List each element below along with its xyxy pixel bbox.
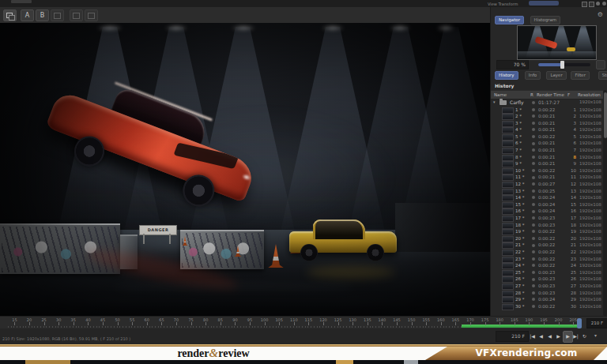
tab-navigator[interactable]: Navigator — [495, 16, 524, 24]
header-f[interactable]: F — [567, 91, 570, 99]
end-frame-field[interactable]: 210 F — [586, 318, 607, 328]
history-row[interactable]: 8 *0:00:2181920x1080 — [491, 154, 601, 161]
navigator-thumbnail[interactable] — [517, 25, 597, 60]
grid-compare-button[interactable] — [85, 9, 98, 21]
history-row[interactable]: 3 *0:00:2131920x1080 — [491, 120, 601, 127]
row-render-time: 0:00:21 — [538, 113, 555, 120]
row-frame-number: 8 — [567, 154, 576, 161]
history-scrollbar[interactable] — [603, 90, 607, 316]
current-frame-field[interactable]: 210 F — [496, 331, 529, 342]
window-icon[interactable] — [582, 2, 587, 7]
history-row[interactable]: 1 *0:00:2211920x1080 — [491, 107, 601, 114]
zoom-slider[interactable] — [538, 63, 590, 66]
row-render-time: 0:00:23 — [538, 215, 555, 222]
history-row[interactable]: 10 *0:00:22101920x1080 — [491, 167, 601, 174]
play-reverse-button[interactable]: ◀ — [545, 331, 554, 341]
row-resolution: 1920x1080 — [579, 262, 601, 269]
header-name[interactable]: Name — [494, 91, 507, 99]
ruler-tick — [515, 322, 515, 325]
row-name: 20 * — [515, 235, 525, 242]
history-row[interactable]: 17 *0:00:23171920x1080 — [491, 215, 601, 222]
folder-render-time: 01:17:27 — [538, 99, 560, 107]
row-name: 2 * — [515, 113, 522, 120]
render-viewport[interactable]: DANGER — [0, 23, 490, 316]
history-row[interactable]: 15 *0:00:24151920x1080 — [491, 201, 601, 208]
wipe-compare-button[interactable] — [51, 9, 64, 21]
history-row[interactable]: 18 *0:00:23181920x1080 — [491, 222, 601, 229]
ruler-tick — [205, 322, 206, 325]
compare-images-button[interactable] — [3, 9, 17, 21]
playback-options-dropdown[interactable]: ▾ — [594, 332, 597, 338]
history-row[interactable]: 16 *0:00:24161920x1080 — [491, 208, 601, 215]
history-row[interactable]: 14 *0:00:24141920x1080 — [491, 194, 601, 201]
window-icon[interactable] — [589, 2, 594, 7]
history-row[interactable]: 28 *0:00:23281920x1080 — [491, 290, 601, 297]
history-row[interactable]: 30 *0:00:22301920x1080 — [491, 303, 601, 310]
transport-bar: 210 F) Size: 1920x1080, RGB (16 Bit), 59… — [0, 328, 607, 344]
tab-stereo[interactable]: Stereo — [598, 71, 607, 80]
bottom-accent-block — [336, 360, 353, 364]
ruler-tick — [74, 322, 74, 325]
version-a-button[interactable]: A — [21, 9, 34, 21]
history-row[interactable]: 4 *0:00:2141920x1080 — [491, 126, 601, 133]
history-row[interactable]: 19 *0:00:22191920x1080 — [491, 228, 601, 235]
overlay-compare-button[interactable] — [70, 9, 83, 21]
skip-to-end-button[interactable]: ▶| — [571, 331, 580, 341]
window-circle-icon[interactable] — [596, 2, 600, 6]
history-row[interactable]: 27 *0:00:23271920x1080 — [491, 283, 601, 290]
version-b-button[interactable]: B — [36, 9, 49, 21]
ruler-tick — [294, 322, 295, 325]
scrollbar-thumb[interactable] — [604, 92, 607, 138]
row-name: 22 * — [515, 249, 525, 256]
skip-to-start-button[interactable]: |◀ — [528, 331, 537, 341]
history-row[interactable]: 9 *0:00:2191920x1080 — [491, 160, 601, 167]
zoom-slider-handle[interactable] — [560, 61, 564, 69]
row-resolution: 1920x1080 — [579, 222, 601, 229]
row-render-time: 0:00:22 — [538, 133, 555, 141]
row-frame-number: 28 — [567, 290, 576, 297]
tab-history[interactable]: History — [495, 71, 518, 80]
history-row[interactable]: 12 *0:00:27121920x1080 — [491, 181, 601, 188]
history-row[interactable]: 7 *0:00:2171920x1080 — [491, 147, 601, 154]
status-dot-icon — [532, 114, 535, 118]
header-resolution[interactable]: Resolution — [578, 91, 601, 99]
tab-filter[interactable]: Filter — [571, 71, 590, 80]
step-back-button[interactable]: ◀ — [537, 331, 545, 341]
row-name: 18 * — [515, 222, 525, 229]
tab-histogram[interactable]: Histogram — [530, 16, 561, 24]
status-dot-icon — [532, 169, 535, 172]
row-resolution: 1920x1080 — [579, 215, 601, 222]
history-row[interactable]: 6 *0:00:2161920x1080 — [491, 140, 601, 147]
row-frame-number: 5 — [567, 133, 576, 141]
history-folder-row[interactable]: ▾ Carfly 01:17:27 1920x1080 — [491, 99, 601, 107]
history-row[interactable]: 11 *0:00:21111920x1080 — [491, 174, 601, 181]
header-r[interactable]: R — [530, 91, 533, 99]
zoom-option-button[interactable] — [596, 60, 605, 69]
row-name: 8 * — [515, 154, 522, 161]
zoom-slider-fill — [538, 63, 562, 66]
row-frame-number: 3 — [567, 120, 576, 127]
history-row[interactable]: 25 *0:00:23251920x1080 — [491, 269, 601, 276]
history-row[interactable]: 2 *0:00:2121920x1080 — [491, 113, 601, 120]
history-row[interactable]: 22 *0:00:22221920x1080 — [491, 249, 601, 256]
view-transform-dropdown[interactable] — [529, 1, 559, 6]
row-resolution: 1920x1080 — [579, 242, 601, 249]
history-row[interactable]: 29 *0:00:24291920x1080 — [491, 296, 601, 303]
zoom-value-field[interactable]: 70 % — [496, 60, 529, 69]
history-row[interactable]: 21 *0:00:22211920x1080 — [491, 242, 601, 249]
tab-layer[interactable]: Layer — [546, 71, 566, 80]
timeline-ruler[interactable]: 210 F 1520253035404550556065707580859095… — [0, 316, 607, 329]
history-row[interactable]: 23 *0:00:22231920x1080 — [491, 256, 601, 263]
header-render-time[interactable]: Render Time — [537, 91, 564, 99]
play-forward-button[interactable]: ▶ — [554, 331, 563, 341]
expand-arrow-icon[interactable]: ▾ — [493, 99, 496, 107]
history-row[interactable]: 5 *0:00:2251920x1080 — [491, 133, 601, 141]
history-row[interactable]: 13 *0:00:25131920x1080 — [491, 188, 601, 195]
history-row[interactable]: 24 *0:00:22241920x1080 — [491, 262, 601, 269]
history-row[interactable]: 26 *0:00:23261920x1080 — [491, 276, 601, 283]
status-dot-icon — [532, 196, 535, 199]
window-circle-icon[interactable] — [602, 2, 606, 6]
tab-info[interactable]: Info — [525, 71, 541, 80]
history-row[interactable]: 20 *0:00:22201920x1080 — [491, 235, 601, 242]
loop-button[interactable]: ↻ — [580, 331, 589, 341]
